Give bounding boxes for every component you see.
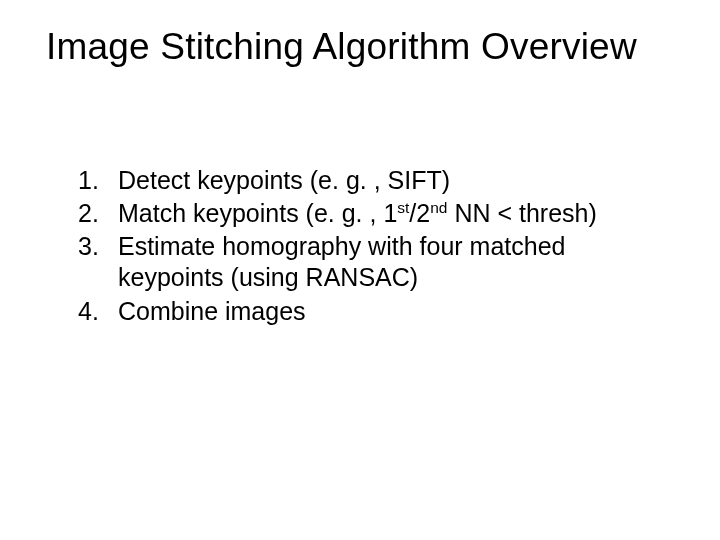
item-text: Match keypoints (e. g. , 1st/2nd NN < th… <box>118 199 597 227</box>
list-item: 4. Combine images <box>78 296 670 327</box>
text-fragment: Match keypoints (e. g. , 1 <box>118 199 397 227</box>
item-number: 3. <box>78 231 99 262</box>
slide-title: Image Stitching Algorithm Overview <box>46 26 680 69</box>
list-item: 1. Detect keypoints (e. g. , SIFT) <box>78 165 670 196</box>
ordinal-superscript: st <box>397 198 409 215</box>
text-fragment: NN < thresh) <box>447 199 596 227</box>
item-number: 1. <box>78 165 99 196</box>
list-item: 3. Estimate homography with four matched… <box>78 231 670 294</box>
item-text: Detect keypoints (e. g. , SIFT) <box>118 166 450 194</box>
text-fragment: /2 <box>409 199 430 227</box>
ordinal-superscript: nd <box>430 198 447 215</box>
item-text: Estimate homography with four matched ke… <box>118 232 565 291</box>
list-item: 2. Match keypoints (e. g. , 1st/2nd NN <… <box>78 198 670 229</box>
item-number: 4. <box>78 296 99 327</box>
slide: Image Stitching Algorithm Overview 1. De… <box>0 0 720 540</box>
item-number: 2. <box>78 198 99 229</box>
algorithm-steps-list: 1. Detect keypoints (e. g. , SIFT) 2. Ma… <box>46 165 680 327</box>
item-text: Combine images <box>118 297 306 325</box>
